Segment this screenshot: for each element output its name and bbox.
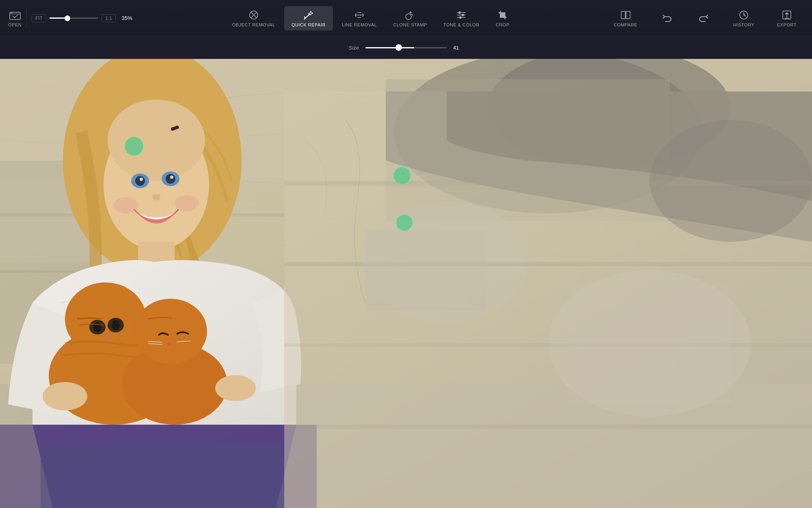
tone-color-label: TONE & COLOR — [443, 22, 479, 27]
svg-point-26 — [135, 176, 145, 186]
redo-icon — [698, 13, 709, 24]
export-button[interactable]: EXPORT — [770, 6, 804, 30]
zoom-value: 35% — [119, 15, 135, 21]
svg-point-4 — [406, 14, 411, 20]
undo-button[interactable] — [653, 9, 681, 27]
open-button[interactable]: OPEN — [8, 9, 22, 27]
object-removal-label: OBJECT REMOVAL — [232, 22, 275, 27]
photo-canvas[interactable] — [0, 59, 812, 508]
svg-rect-51 — [284, 181, 812, 186]
svg-rect-52 — [284, 262, 812, 266]
svg-point-31 — [114, 197, 138, 213]
svg-point-40 — [112, 320, 120, 330]
history-label: HISTORY — [733, 22, 754, 27]
svg-point-30 — [152, 194, 160, 200]
redo-button[interactable] — [689, 9, 718, 27]
svg-point-44 — [215, 375, 256, 401]
svg-point-32 — [175, 195, 199, 211]
line-removal-icon — [354, 9, 365, 21]
zoom-slider[interactable] — [50, 17, 98, 19]
svg-rect-0 — [10, 12, 20, 20]
tool-crop[interactable]: CROP — [488, 6, 517, 30]
size-label: Size — [349, 45, 359, 51]
tool-quick-repair[interactable]: QUICK REPAIR — [284, 6, 333, 30]
svg-point-7 — [459, 16, 462, 19]
size-slider[interactable] — [365, 47, 447, 48]
tool-line-removal[interactable]: LINE REMOVAL — [335, 6, 384, 30]
toolbar-left: OPEN FIT 1:1 35% — [8, 8, 135, 28]
svg-point-1 — [11, 13, 11, 13]
size-value: 41 — [453, 45, 463, 51]
export-icon — [781, 9, 793, 21]
svg-rect-55 — [365, 230, 487, 311]
export-label: EXPORT — [777, 22, 797, 27]
quick-repair-icon — [303, 9, 314, 21]
history-button[interactable]: HISTORY — [726, 6, 762, 30]
zoom-1to1-label[interactable]: 1:1 — [102, 14, 116, 22]
clone-stamp-label: CLONE STAMP — [393, 22, 427, 27]
zoom-fit-label[interactable]: FIT — [32, 14, 46, 22]
toolbar-center: OBJECT REMOVAL QUICK REPAIR — [135, 6, 607, 30]
quick-repair-label: QUICK REPAIR — [292, 22, 326, 27]
zoom-slider-wrap — [50, 17, 98, 19]
clone-stamp-icon — [404, 9, 416, 21]
svg-rect-46 — [0, 425, 317, 508]
svg-point-29 — [170, 176, 173, 179]
size-toolbar: Size 41 — [0, 37, 812, 59]
tone-color-icon — [456, 9, 467, 21]
svg-point-27 — [166, 174, 175, 184]
toolbar-right: COMPARE — [607, 6, 804, 30]
canvas-area[interactable] — [0, 59, 812, 508]
svg-point-43 — [43, 382, 87, 410]
zoom-controls: FIT 1:1 — [32, 14, 116, 22]
svg-point-2 — [12, 13, 13, 13]
line-removal-label: LINE REMOVAL — [342, 22, 377, 27]
tool-object-removal[interactable]: OBJECT REMOVAL — [225, 6, 283, 30]
tool-tone-color[interactable]: TONE & COLOR — [436, 6, 487, 30]
open-label: OPEN — [8, 22, 22, 27]
svg-rect-56 — [568, 282, 731, 404]
separator-1 — [26, 8, 27, 28]
svg-point-6 — [462, 14, 464, 16]
history-icon — [738, 9, 749, 21]
crop-label: CROP — [496, 22, 510, 27]
svg-rect-9 — [626, 11, 630, 19]
object-removal-icon — [248, 9, 259, 21]
open-icon — [9, 9, 21, 21]
svg-rect-8 — [621, 11, 625, 19]
svg-point-23 — [108, 100, 205, 181]
svg-point-42 — [134, 299, 207, 364]
undo-icon — [661, 13, 673, 24]
compare-button[interactable]: COMPARE — [607, 6, 645, 30]
svg-point-5 — [458, 11, 461, 14]
main-toolbar: OPEN FIT 1:1 35% OBJECT REMOVAL — [0, 0, 812, 37]
compare-icon — [620, 9, 631, 21]
crop-icon — [497, 9, 508, 21]
svg-rect-53 — [284, 343, 812, 347]
compare-label: COMPARE — [614, 22, 637, 27]
svg-rect-54 — [284, 425, 812, 429]
svg-point-28 — [140, 178, 143, 181]
tool-clone-stamp[interactable]: CLONE STAMP — [386, 6, 434, 30]
